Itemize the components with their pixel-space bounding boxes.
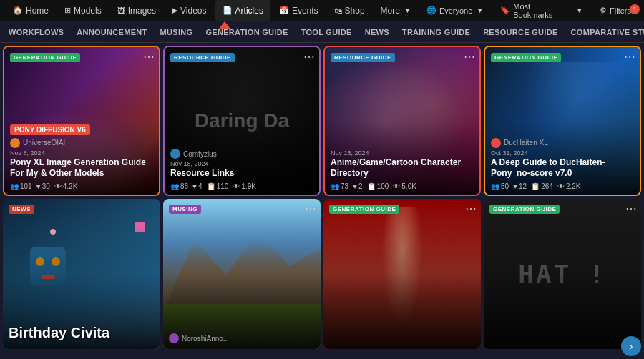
- card-1-title: Pony XL Image Generation Guide For My & …: [10, 157, 153, 180]
- eye4-icon: 👁: [557, 182, 565, 190]
- nav-right-controls: 🌐 Everyone ▼ 🔖 Most Bookmarks ▼ ⚙ Filter…: [419, 2, 638, 19]
- nav-events[interactable]: 📅 Events: [272, 0, 326, 21]
- card-3-date: Nov 18, 2024: [331, 149, 474, 157]
- article-card-8[interactable]: HAT ! GENERATION GUIDE ⋯: [484, 199, 641, 349]
- bookmarks-dropdown-arrow: ▼: [576, 7, 582, 14]
- card-2-title: Resource Links: [170, 168, 313, 180]
- article-card-1[interactable]: GENERATION GUIDE ⋯ PONY DIFFUSION V6 Uni…: [3, 46, 160, 196]
- comment4-icon: 👥: [491, 182, 499, 190]
- article-card-3[interactable]: RESOURCE GUIDE ⋯ Nov 18, 2024 Anime/Game…: [323, 46, 481, 196]
- category-navigation: WORKFLOWS ANNOUNCEMENT MUSING GENERATION…: [0, 21, 644, 43]
- nav-more[interactable]: More ▼: [374, 0, 418, 21]
- cat-musing[interactable]: MUSING: [155, 24, 199, 40]
- card-8-badge: GENERATION GUIDE: [489, 205, 560, 214]
- cat-news[interactable]: NEWS: [359, 24, 395, 40]
- like4-icon: ♥: [513, 182, 517, 190]
- articles-grid: GENERATION GUIDE ⋯ PONY DIFFUSION V6 Uni…: [0, 43, 644, 352]
- article-card-2[interactable]: Daring Da RESOURCE GUIDE ⋯ Comfyzius Nov…: [163, 46, 321, 196]
- cat-announcement[interactable]: ANNOUNCEMENT: [71, 24, 152, 40]
- card-3-stats: 👥73 ♥2 📋100 👁5.0K: [331, 182, 474, 190]
- view-icon: 👁: [54, 182, 62, 190]
- cat-workflows[interactable]: WORKFLOWS: [3, 24, 69, 40]
- home-icon: 🏠: [13, 6, 23, 15]
- nav-models[interactable]: ⊞ Models: [57, 0, 109, 21]
- card-7-more-button[interactable]: ⋯: [465, 203, 477, 215]
- more-dropdown-arrow: ▼: [404, 7, 411, 14]
- globe-icon: 🌐: [426, 6, 436, 15]
- card-5-title: Birthday Civita: [9, 323, 155, 342]
- nav-images[interactable]: 🖼 Images: [110, 0, 163, 21]
- card-4-date: Oct 31, 2024: [491, 149, 634, 157]
- top-navigation: 🏠 Home ⊞ Models 🖼 Images ▶ Videos 📄 Arti…: [0, 0, 644, 21]
- eye2-icon: 👁: [233, 182, 240, 190]
- filter-filters[interactable]: ⚙ Filters 1: [592, 6, 638, 15]
- card-4-title: A Deep Guide to DucHaiten-Pony_no-score …: [491, 157, 634, 180]
- card-1-avatar: [10, 138, 20, 148]
- views3-icon: 📋: [367, 182, 376, 190]
- everyone-dropdown-arrow: ▼: [477, 7, 483, 14]
- like2-icon: ♥: [192, 182, 197, 190]
- card-2-avatar: [170, 149, 180, 159]
- card-4-avatar: [491, 138, 501, 148]
- card-6-author: NoroshiAnno...: [182, 335, 229, 343]
- card-2-date: Nov 18, 2024: [170, 160, 313, 167]
- views2-icon: 📋: [207, 182, 215, 190]
- comment2-icon: 👥: [170, 182, 179, 190]
- cat-comparative-study[interactable]: COMPARATIVE STUDY: [565, 24, 644, 40]
- nav-videos[interactable]: ▶ Videos: [165, 0, 213, 21]
- nav-home[interactable]: 🏠 Home: [6, 0, 56, 21]
- filter-bookmarks[interactable]: 🔖 Most Bookmarks ▼: [493, 2, 590, 19]
- nav-articles[interactable]: 📄 Articles: [215, 0, 270, 21]
- filter-icon: ⚙: [600, 6, 607, 15]
- card-7-badge: GENERATION GUIDE: [329, 205, 399, 214]
- bookmark-icon: 🔖: [500, 6, 510, 15]
- scroll-to-top-button[interactable]: ›: [621, 336, 641, 356]
- card-1-stats: 👥101 ♥30 👁4.2K: [10, 182, 153, 190]
- cat-resource-guide[interactable]: RESOURCE GUIDE: [477, 24, 563, 40]
- card-3-title: Anime/Game/Cartoon Character Directory: [331, 157, 474, 180]
- card-2-stats: 👥86 ♥4 📋110 👁1.9K: [170, 182, 313, 190]
- card-2-author: Comfyzius: [183, 150, 217, 158]
- eye3-icon: 👁: [393, 182, 400, 190]
- videos-icon: ▶: [172, 6, 177, 15]
- article-card-7[interactable]: GENERATION GUIDE ⋯: [323, 199, 481, 349]
- filter-everyone[interactable]: 🌐 Everyone ▼: [419, 6, 490, 15]
- article-card-4[interactable]: GENERATION GUIDE ⋯ DucHaiten XL Oct 31, …: [484, 46, 641, 196]
- comment3-icon: 👥: [331, 182, 339, 190]
- articles-icon: 📄: [223, 6, 233, 15]
- article-card-6[interactable]: MUSING ⋯ NoroshiAnno...: [163, 199, 321, 349]
- card-1-promo: PONY DIFFUSION V6: [10, 124, 90, 135]
- images-icon: 🖼: [117, 6, 125, 15]
- filter-badge: 1: [630, 4, 640, 14]
- views4-icon: 📋: [531, 182, 540, 190]
- card-1-date: Nov 8, 2024: [10, 149, 153, 157]
- like-icon: ♥: [36, 182, 41, 190]
- models-icon: ⊞: [64, 6, 71, 15]
- events-icon: 📅: [279, 6, 289, 15]
- card-6-avatar: [169, 333, 179, 343]
- cat-tool-guide[interactable]: TOOL GUIDE: [296, 24, 358, 40]
- card-8-more-button[interactable]: ⋯: [625, 203, 637, 215]
- card-1-author: UniverseOIAl: [23, 139, 65, 147]
- like3-icon: ♥: [353, 182, 357, 190]
- shop-icon: 🛍: [334, 6, 342, 15]
- card-4-author: DucHaiten XL: [504, 139, 548, 147]
- article-card-5[interactable]: NEWS Birthday Civita: [3, 199, 160, 349]
- nav-shop[interactable]: 🛍 Shop: [327, 0, 372, 21]
- articles-active-indicator: [219, 21, 230, 29]
- comment-icon: 👥: [10, 182, 19, 190]
- cat-training-guide[interactable]: TRAINING GUIDE: [396, 24, 476, 40]
- cat-generation-guide[interactable]: GENERATION GUIDE: [200, 24, 293, 40]
- card-4-stats: 👥50 ♥12 📋264 👁2.2K: [491, 182, 634, 190]
